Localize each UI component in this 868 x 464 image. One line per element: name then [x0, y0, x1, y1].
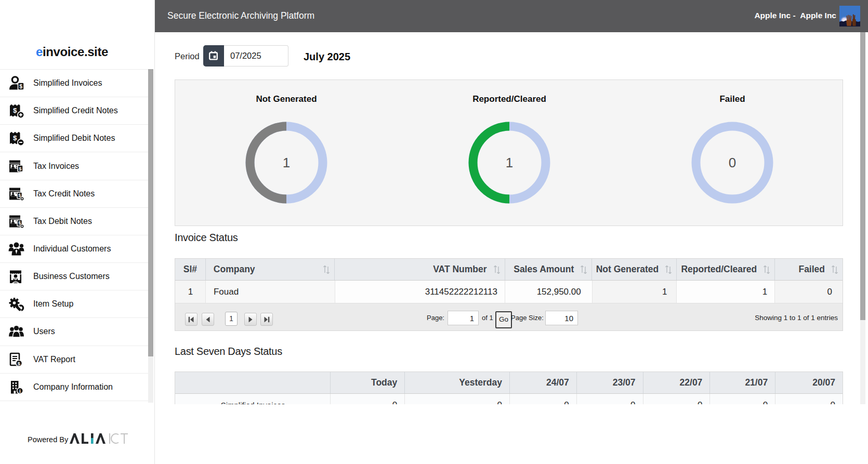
svg-text:$: $	[13, 107, 17, 115]
svg-text:$: $	[19, 83, 22, 89]
svg-text:1: 1	[506, 155, 513, 170]
svg-text:1: 1	[283, 155, 290, 170]
svg-text:$: $	[13, 135, 17, 142]
svg-text:$: $	[19, 165, 22, 171]
svg-text:$: $	[18, 360, 21, 366]
svg-text:i: i	[19, 388, 21, 394]
svg-text:0: 0	[729, 155, 736, 170]
